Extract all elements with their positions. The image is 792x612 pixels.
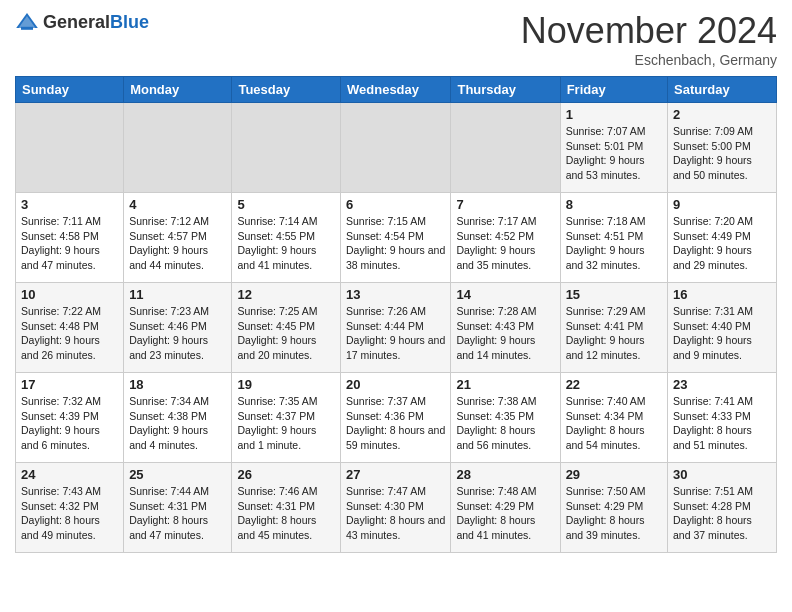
calendar-cell: 21Sunrise: 7:38 AM Sunset: 4:35 PM Dayli…	[451, 373, 560, 463]
day-detail: Sunrise: 7:32 AM Sunset: 4:39 PM Dayligh…	[21, 394, 118, 453]
day-number: 28	[456, 467, 554, 482]
calendar-cell: 4Sunrise: 7:12 AM Sunset: 4:57 PM Daylig…	[124, 193, 232, 283]
day-number: 17	[21, 377, 118, 392]
day-detail: Sunrise: 7:46 AM Sunset: 4:31 PM Dayligh…	[237, 484, 335, 543]
day-detail: Sunrise: 7:47 AM Sunset: 4:30 PM Dayligh…	[346, 484, 445, 543]
day-number: 11	[129, 287, 226, 302]
weekday-header-row: SundayMondayTuesdayWednesdayThursdayFrid…	[16, 77, 777, 103]
day-number: 5	[237, 197, 335, 212]
day-number: 3	[21, 197, 118, 212]
day-detail: Sunrise: 7:25 AM Sunset: 4:45 PM Dayligh…	[237, 304, 335, 363]
day-number: 26	[237, 467, 335, 482]
calendar-cell: 16Sunrise: 7:31 AM Sunset: 4:40 PM Dayli…	[668, 283, 777, 373]
day-detail: Sunrise: 7:51 AM Sunset: 4:28 PM Dayligh…	[673, 484, 771, 543]
day-number: 22	[566, 377, 662, 392]
day-number: 15	[566, 287, 662, 302]
month-title: November 2024	[521, 10, 777, 52]
calendar-cell	[16, 103, 124, 193]
calendar-week-3: 10Sunrise: 7:22 AM Sunset: 4:48 PM Dayli…	[16, 283, 777, 373]
day-detail: Sunrise: 7:43 AM Sunset: 4:32 PM Dayligh…	[21, 484, 118, 543]
day-number: 9	[673, 197, 771, 212]
day-number: 18	[129, 377, 226, 392]
calendar-cell: 18Sunrise: 7:34 AM Sunset: 4:38 PM Dayli…	[124, 373, 232, 463]
calendar-cell	[451, 103, 560, 193]
day-number: 19	[237, 377, 335, 392]
day-detail: Sunrise: 7:14 AM Sunset: 4:55 PM Dayligh…	[237, 214, 335, 273]
calendar-week-5: 24Sunrise: 7:43 AM Sunset: 4:32 PM Dayli…	[16, 463, 777, 553]
day-detail: Sunrise: 7:15 AM Sunset: 4:54 PM Dayligh…	[346, 214, 445, 273]
weekday-header-saturday: Saturday	[668, 77, 777, 103]
day-number: 4	[129, 197, 226, 212]
calendar-cell: 27Sunrise: 7:47 AM Sunset: 4:30 PM Dayli…	[341, 463, 451, 553]
calendar-cell: 23Sunrise: 7:41 AM Sunset: 4:33 PM Dayli…	[668, 373, 777, 463]
calendar-table: SundayMondayTuesdayWednesdayThursdayFrid…	[15, 76, 777, 553]
calendar-cell: 14Sunrise: 7:28 AM Sunset: 4:43 PM Dayli…	[451, 283, 560, 373]
day-number: 12	[237, 287, 335, 302]
page-header: GeneralBlue November 2024 Eschenbach, Ge…	[15, 10, 777, 68]
calendar-cell: 2Sunrise: 7:09 AM Sunset: 5:00 PM Daylig…	[668, 103, 777, 193]
calendar-cell: 22Sunrise: 7:40 AM Sunset: 4:34 PM Dayli…	[560, 373, 667, 463]
day-detail: Sunrise: 7:38 AM Sunset: 4:35 PM Dayligh…	[456, 394, 554, 453]
day-detail: Sunrise: 7:17 AM Sunset: 4:52 PM Dayligh…	[456, 214, 554, 273]
calendar-cell	[232, 103, 341, 193]
day-number: 2	[673, 107, 771, 122]
day-detail: Sunrise: 7:18 AM Sunset: 4:51 PM Dayligh…	[566, 214, 662, 273]
calendar-cell: 11Sunrise: 7:23 AM Sunset: 4:46 PM Dayli…	[124, 283, 232, 373]
calendar-week-2: 3Sunrise: 7:11 AM Sunset: 4:58 PM Daylig…	[16, 193, 777, 283]
calendar-cell: 7Sunrise: 7:17 AM Sunset: 4:52 PM Daylig…	[451, 193, 560, 283]
day-number: 20	[346, 377, 445, 392]
logo-text: GeneralBlue	[43, 12, 149, 33]
day-detail: Sunrise: 7:40 AM Sunset: 4:34 PM Dayligh…	[566, 394, 662, 453]
calendar-week-1: 1Sunrise: 7:07 AM Sunset: 5:01 PM Daylig…	[16, 103, 777, 193]
day-detail: Sunrise: 7:09 AM Sunset: 5:00 PM Dayligh…	[673, 124, 771, 183]
weekday-header-sunday: Sunday	[16, 77, 124, 103]
day-detail: Sunrise: 7:44 AM Sunset: 4:31 PM Dayligh…	[129, 484, 226, 543]
day-detail: Sunrise: 7:37 AM Sunset: 4:36 PM Dayligh…	[346, 394, 445, 453]
day-detail: Sunrise: 7:41 AM Sunset: 4:33 PM Dayligh…	[673, 394, 771, 453]
svg-rect-2	[21, 27, 33, 30]
day-detail: Sunrise: 7:34 AM Sunset: 4:38 PM Dayligh…	[129, 394, 226, 453]
day-number: 7	[456, 197, 554, 212]
day-detail: Sunrise: 7:23 AM Sunset: 4:46 PM Dayligh…	[129, 304, 226, 363]
day-detail: Sunrise: 7:35 AM Sunset: 4:37 PM Dayligh…	[237, 394, 335, 453]
day-number: 8	[566, 197, 662, 212]
day-number: 30	[673, 467, 771, 482]
day-detail: Sunrise: 7:28 AM Sunset: 4:43 PM Dayligh…	[456, 304, 554, 363]
day-number: 21	[456, 377, 554, 392]
day-detail: Sunrise: 7:29 AM Sunset: 4:41 PM Dayligh…	[566, 304, 662, 363]
calendar-cell	[341, 103, 451, 193]
logo-icon	[15, 10, 39, 34]
calendar-cell: 8Sunrise: 7:18 AM Sunset: 4:51 PM Daylig…	[560, 193, 667, 283]
logo: GeneralBlue	[15, 10, 149, 34]
weekday-header-thursday: Thursday	[451, 77, 560, 103]
day-number: 23	[673, 377, 771, 392]
day-detail: Sunrise: 7:12 AM Sunset: 4:57 PM Dayligh…	[129, 214, 226, 273]
day-detail: Sunrise: 7:31 AM Sunset: 4:40 PM Dayligh…	[673, 304, 771, 363]
weekday-header-monday: Monday	[124, 77, 232, 103]
day-number: 13	[346, 287, 445, 302]
calendar-cell: 30Sunrise: 7:51 AM Sunset: 4:28 PM Dayli…	[668, 463, 777, 553]
day-number: 25	[129, 467, 226, 482]
calendar-cell: 20Sunrise: 7:37 AM Sunset: 4:36 PM Dayli…	[341, 373, 451, 463]
calendar-cell: 10Sunrise: 7:22 AM Sunset: 4:48 PM Dayli…	[16, 283, 124, 373]
day-number: 10	[21, 287, 118, 302]
location: Eschenbach, Germany	[521, 52, 777, 68]
day-number: 29	[566, 467, 662, 482]
logo-blue: Blue	[110, 12, 149, 32]
day-detail: Sunrise: 7:07 AM Sunset: 5:01 PM Dayligh…	[566, 124, 662, 183]
calendar-cell: 25Sunrise: 7:44 AM Sunset: 4:31 PM Dayli…	[124, 463, 232, 553]
day-number: 16	[673, 287, 771, 302]
day-detail: Sunrise: 7:50 AM Sunset: 4:29 PM Dayligh…	[566, 484, 662, 543]
day-number: 24	[21, 467, 118, 482]
weekday-header-friday: Friday	[560, 77, 667, 103]
calendar-cell: 17Sunrise: 7:32 AM Sunset: 4:39 PM Dayli…	[16, 373, 124, 463]
calendar-cell: 12Sunrise: 7:25 AM Sunset: 4:45 PM Dayli…	[232, 283, 341, 373]
weekday-header-wednesday: Wednesday	[341, 77, 451, 103]
day-detail: Sunrise: 7:11 AM Sunset: 4:58 PM Dayligh…	[21, 214, 118, 273]
calendar-cell: 3Sunrise: 7:11 AM Sunset: 4:58 PM Daylig…	[16, 193, 124, 283]
calendar-cell: 29Sunrise: 7:50 AM Sunset: 4:29 PM Dayli…	[560, 463, 667, 553]
calendar-cell: 13Sunrise: 7:26 AM Sunset: 4:44 PM Dayli…	[341, 283, 451, 373]
day-number: 27	[346, 467, 445, 482]
day-detail: Sunrise: 7:26 AM Sunset: 4:44 PM Dayligh…	[346, 304, 445, 363]
calendar-cell: 6Sunrise: 7:15 AM Sunset: 4:54 PM Daylig…	[341, 193, 451, 283]
